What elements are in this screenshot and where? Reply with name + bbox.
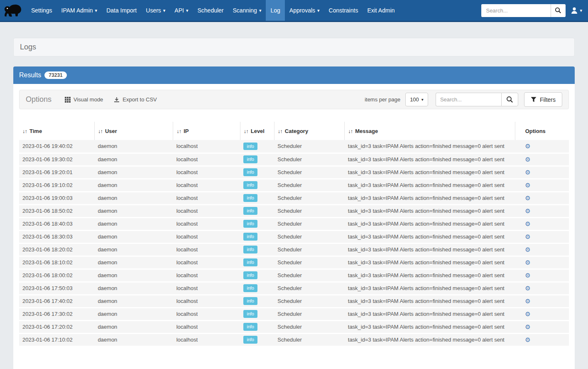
cell-category: Scheduler	[274, 166, 344, 179]
user-value: daemon	[98, 272, 117, 278]
user-value: daemon	[98, 337, 117, 343]
column-header-user[interactable]: ↓↑User	[94, 122, 173, 140]
cell-time: 2023-01-06 18:50:02	[19, 204, 94, 217]
nav-item-log[interactable]: Log	[266, 0, 284, 21]
time-value: 2023-01-06 18:50:02	[22, 208, 73, 214]
table-body: 2023-01-06 19:40:02daemonlocalhostinfoSc…	[19, 140, 569, 346]
category-value: Scheduler	[277, 259, 302, 266]
user-value: daemon	[98, 156, 117, 162]
cell-options: ⚙	[515, 153, 569, 166]
table-row: 2023-01-06 18:10:02daemonlocalhostinfoSc…	[19, 256, 569, 269]
page-title: Logs	[20, 43, 36, 52]
cell-user: daemon	[94, 256, 173, 269]
level-badge: info	[243, 284, 257, 292]
nav-item-scheduler[interactable]: Scheduler	[193, 0, 228, 21]
table-search-button[interactable]	[501, 93, 518, 106]
gear-icon[interactable]: ⚙	[525, 169, 530, 176]
column-header-category[interactable]: ↓↑Category	[274, 122, 344, 140]
nav-item-api[interactable]: API▾	[170, 0, 193, 21]
gear-icon[interactable]: ⚙	[525, 233, 530, 240]
cell-user: daemon	[94, 333, 173, 346]
gear-icon[interactable]: ⚙	[525, 259, 530, 266]
cell-options: ⚙	[515, 204, 569, 217]
nav-item-approvals[interactable]: Approvals▾	[285, 0, 324, 21]
visual-mode-button[interactable]: Visual mode	[65, 96, 103, 103]
top-navbar: SettingsIPAM Admin▾Data ImportUsers▾API▾…	[0, 0, 588, 22]
toolbar-right: items per page 100 ▾	[365, 92, 562, 107]
table-row: 2023-01-06 19:00:03daemonlocalhostinfoSc…	[19, 192, 569, 204]
column-header-level[interactable]: ↓↑Level	[240, 122, 274, 140]
cell-level: info	[240, 166, 274, 179]
message-value: task_id=3 task=IPAM Alerts action=finish…	[348, 182, 505, 188]
cell-message: task_id=3 task=IPAM Alerts action=finish…	[345, 333, 515, 346]
table-row: 2023-01-06 19:40:02daemonlocalhostinfoSc…	[19, 140, 569, 153]
nav-item-exit-admin[interactable]: Exit Admin	[363, 0, 399, 21]
results-body: Options Visual mode	[13, 84, 575, 353]
gear-icon[interactable]: ⚙	[525, 143, 530, 150]
search-icon	[506, 96, 513, 103]
user-value: daemon	[98, 311, 117, 317]
gear-icon[interactable]: ⚙	[525, 182, 530, 189]
main-menu: SettingsIPAM Admin▾Data ImportUsers▾API▾…	[27, 0, 399, 21]
cell-user: daemon	[94, 230, 173, 243]
user-menu[interactable]: ▾	[571, 7, 582, 14]
column-header-message[interactable]: ↓↑Message	[345, 122, 515, 140]
nav-item-users[interactable]: Users▾	[141, 0, 170, 21]
cell-ip: localhost	[173, 140, 240, 153]
cell-user: daemon	[94, 295, 173, 308]
time-value: 2023-01-06 18:10:02	[22, 259, 73, 266]
gear-icon[interactable]: ⚙	[525, 272, 530, 279]
table-search-input[interactable]	[436, 93, 501, 106]
cell-time: 2023-01-06 17:10:02	[19, 333, 94, 346]
options-label: Options	[26, 95, 51, 104]
gear-icon[interactable]: ⚙	[525, 207, 530, 214]
user-value: daemon	[98, 246, 117, 253]
gear-icon[interactable]: ⚙	[525, 220, 530, 227]
level-badge: info	[243, 168, 257, 176]
column-header-time[interactable]: ↓↑Time	[19, 122, 94, 140]
table-header-row: ↓↑Time↓↑User↓↑IP↓↑Level↓↑Category↓↑Messa…	[19, 122, 569, 140]
export-csv-button[interactable]: Export to CSV	[114, 96, 157, 103]
cell-options: ⚙	[515, 217, 569, 230]
nav-item-data-import[interactable]: Data Import	[102, 0, 141, 21]
time-value: 2023-01-06 18:30:03	[22, 234, 73, 240]
message-value: task_id=3 task=IPAM Alerts action=finish…	[348, 143, 505, 149]
nav-item-settings[interactable]: Settings	[27, 0, 57, 21]
column-header-ip[interactable]: ↓↑IP	[173, 122, 240, 140]
search-icon	[555, 7, 561, 14]
filters-button[interactable]: Filters	[524, 92, 562, 107]
gear-icon[interactable]: ⚙	[525, 336, 530, 343]
category-value: Scheduler	[277, 182, 302, 188]
app-logo[interactable]	[0, 0, 27, 21]
cell-options: ⚙	[515, 320, 569, 333]
cell-category: Scheduler	[274, 204, 344, 217]
cell-message: task_id=3 task=IPAM Alerts action=finish…	[345, 140, 515, 153]
cell-category: Scheduler	[274, 192, 344, 204]
gear-icon[interactable]: ⚙	[525, 194, 530, 202]
cell-level: info	[240, 320, 274, 333]
cell-ip: localhost	[173, 333, 240, 346]
gear-icon[interactable]: ⚙	[525, 323, 530, 330]
cell-time: 2023-01-06 17:30:02	[19, 308, 94, 320]
gear-icon[interactable]: ⚙	[525, 156, 530, 163]
items-per-page-dropdown[interactable]: 100 ▾	[405, 93, 428, 106]
nav-item-constraints[interactable]: Constraints	[324, 0, 363, 21]
gear-icon[interactable]: ⚙	[525, 285, 530, 292]
nav-item-ipam-admin[interactable]: IPAM Admin▾	[57, 0, 102, 21]
user-caret-icon: ▾	[580, 8, 582, 13]
nav-item-label: Constraints	[329, 7, 358, 14]
global-search-input[interactable]	[481, 4, 551, 17]
nav-item-scanning[interactable]: Scanning▾	[228, 0, 266, 21]
cell-level: info	[240, 256, 274, 269]
cell-level: info	[240, 230, 274, 243]
cell-options: ⚙	[515, 256, 569, 269]
sort-icon: ↓↑	[98, 128, 103, 134]
time-value: 2023-01-06 17:40:02	[22, 298, 73, 304]
message-value: task_id=3 task=IPAM Alerts action=finish…	[348, 298, 505, 304]
cell-level: info	[240, 269, 274, 282]
ip-value: localhost	[176, 272, 198, 278]
global-search-button[interactable]	[551, 4, 566, 17]
gear-icon[interactable]: ⚙	[525, 246, 530, 253]
gear-icon[interactable]: ⚙	[525, 310, 530, 317]
gear-icon[interactable]: ⚙	[525, 298, 530, 305]
